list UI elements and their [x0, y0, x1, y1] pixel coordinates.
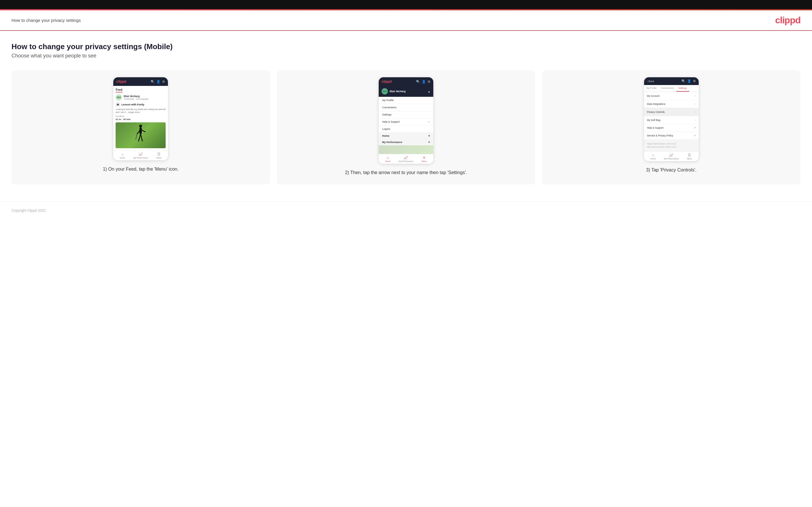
settings-mygolfbag[interactable]: My Golf Bag ›	[644, 116, 699, 124]
bg-blur	[379, 145, 433, 154]
svg-line-6	[136, 134, 137, 139]
menu-icon: ☰	[688, 153, 691, 157]
step-1-card: clippd 🔍 👤 ⚙ Feed BM Blair McHarg Yeste	[11, 70, 270, 184]
search-icon: 🔍	[151, 80, 155, 83]
footer-version: Clippd Client Version: 2022.8.3-3 GQL Se…	[647, 143, 696, 149]
avatar: BM	[115, 94, 122, 101]
menu-items: My Profile Connections Settings Help & S…	[379, 97, 433, 145]
home-icon: ⌂	[652, 153, 654, 157]
phone-mockup-1: clippd 🔍 👤 ⚙ Feed BM Blair McHarg Yeste	[113, 77, 168, 160]
bottom-nav-performance: 📈 My Performance	[132, 152, 150, 159]
svg-point-0	[139, 125, 142, 127]
feed-duration-value: 01 hr : 30 min	[115, 118, 166, 121]
myaccount-label: My Account	[647, 95, 660, 97]
menu-item-myprofile[interactable]: My Profile	[379, 97, 433, 104]
performance-label: My Performance	[399, 160, 413, 162]
connections-label: Connections	[382, 106, 397, 109]
bottom-nav-menu[interactable]: ☰ Menu	[680, 153, 699, 160]
close-icon: ✕	[423, 156, 425, 160]
phone2-navbar: clippd 🔍 👤 ⚙	[379, 77, 433, 86]
phone1-feed: Feed BM Blair McHarg Yesterday · Sunning…	[113, 86, 168, 151]
step-2-label: 2) Then, tap the arrow next to your name…	[345, 169, 467, 176]
privacycontrols-label: Privacy Controls	[647, 111, 665, 113]
phone1-icons: 🔍 👤 ⚙	[151, 80, 165, 83]
phone1-logo: clippd	[116, 79, 126, 83]
step-2-card: clippd 🔍 👤 ⚙ BM Blair McHarg ▲	[277, 70, 536, 184]
search-icon: 🔍	[681, 79, 686, 83]
menu-item-helpsupport[interactable]: Help & Support ↗	[379, 118, 433, 125]
phone3-icons: 🔍 👤 ⚙	[681, 79, 696, 83]
performance-label: My Performance	[664, 158, 678, 160]
lesson-title: Lesson with Fordy	[121, 103, 144, 106]
phone1-bottom-nav: ⌂ Home 📈 My Performance ☰ Menu	[113, 151, 168, 160]
feed-user-row: BM Blair McHarg Yesterday · Sunningdale	[115, 94, 166, 101]
settings-icon: ⚙	[162, 80, 165, 83]
step-3-label: 3) Tap 'Privacy Controls'.	[646, 167, 697, 173]
user-icon: 👤	[156, 80, 160, 83]
svg-line-5	[141, 134, 142, 141]
bottom-nav-menu[interactable]: ☰ Menu	[150, 152, 168, 159]
settings-tabs: My Profile Connections Settings	[644, 85, 699, 92]
performance-icon: 📈	[139, 152, 143, 156]
tab-settings[interactable]: Settings	[676, 85, 689, 92]
steps-grid: clippd 🔍 👤 ⚙ Feed BM Blair McHarg Yeste	[11, 70, 801, 184]
user-icon: 👤	[422, 80, 426, 83]
home-section-label: Home	[382, 134, 389, 137]
helpsupport-label: Help & Support	[382, 120, 400, 123]
settings-helpsupport[interactable]: Help & Support ↗	[644, 124, 699, 132]
logout-label: Logout	[382, 127, 390, 130]
dataintegrations-chevron: ›	[695, 102, 696, 105]
menu-icon: ☰	[157, 152, 160, 156]
settings-myaccount[interactable]: My Account ›	[644, 92, 699, 100]
header: How to change your privacy settings clip…	[0, 10, 812, 31]
menu-username: Blair McHarg	[390, 90, 406, 93]
feed-desc: Looking to feel like my hands are exitin…	[115, 108, 166, 114]
menu-label: Menu	[422, 160, 427, 162]
menu-item-settings[interactable]: Settings	[379, 111, 433, 118]
home-icon: ⌂	[121, 152, 123, 156]
lesson-icon: 🎓	[115, 102, 120, 107]
phone2-bottom-nav: ⌂ Home 📈 My Performance ✕ Menu	[379, 154, 433, 164]
phone-mockup-3: ‹ Back 🔍 👤 ⚙ My Profile Connections Sett…	[644, 77, 699, 161]
menu-section-performance[interactable]: My Performance ▾	[379, 139, 433, 145]
privacycontrols-chevron: ›	[695, 110, 696, 113]
performance-section-label: My Performance	[382, 141, 402, 144]
tab-myprofile[interactable]: My Profile	[644, 85, 659, 92]
phone1-navbar: clippd 🔍 👤 ⚙	[113, 77, 168, 86]
settings-privacypolicy[interactable]: Service & Privacy Policy ↗	[644, 132, 699, 139]
menu-item-logout[interactable]: Logout	[379, 125, 433, 133]
copyright: Copyright Clippd 2022	[11, 209, 46, 213]
phone-mockup-2: clippd 🔍 👤 ⚙ BM Blair McHarg ▲	[379, 77, 433, 164]
feed-user-info: Blair McHarg Yesterday · Sunningdale	[123, 95, 148, 100]
myaccount-chevron: ›	[695, 94, 696, 97]
ext-icon: ↗	[428, 121, 430, 123]
menu-section-home[interactable]: Home ▾	[379, 133, 433, 139]
top-bar	[0, 0, 812, 9]
bottom-nav-performance: 📈 My Performance	[397, 156, 415, 162]
mygolfbag-label: My Golf Bag	[647, 119, 660, 121]
helpsupport-ext: ↗	[694, 126, 696, 129]
page-title: How to change your privacy settings (Mob…	[11, 42, 801, 51]
user-icon: 👤	[687, 79, 691, 83]
settings-footer: Clippd Client Version: 2022.8.3-3 GQL Se…	[644, 139, 699, 151]
settings-privacycontrols[interactable]: Privacy Controls ›	[644, 108, 699, 116]
myprofile-label: My Profile	[382, 99, 394, 102]
feed-label: Feed	[115, 88, 122, 93]
lesson-title-row: 🎓 Lesson with Fordy	[115, 102, 166, 107]
bottom-nav-menu[interactable]: ✕ Menu	[415, 156, 433, 162]
tab-connections[interactable]: Connections	[659, 85, 676, 92]
settings-dataintegrations[interactable]: Data Integrations ›	[644, 100, 699, 108]
menu-label: Menu	[687, 158, 692, 160]
logo: clippd	[775, 15, 801, 25]
header-title: How to change your privacy settings	[11, 18, 81, 23]
svg-line-4	[139, 134, 141, 141]
phone2-logo: clippd	[382, 79, 392, 83]
golf-image	[115, 122, 166, 148]
menu-item-connections[interactable]: Connections	[379, 104, 433, 111]
menu-user-row: BM Blair McHarg ▲	[379, 86, 433, 97]
back-button[interactable]: ‹ Back	[647, 80, 654, 83]
menu-label: Menu	[156, 157, 162, 159]
page-subtitle: Choose what you want people to see	[11, 53, 801, 59]
bottom-nav-home: ⌂ Home	[113, 152, 132, 159]
bottom-nav-performance: 📈 My Performance	[662, 153, 680, 160]
